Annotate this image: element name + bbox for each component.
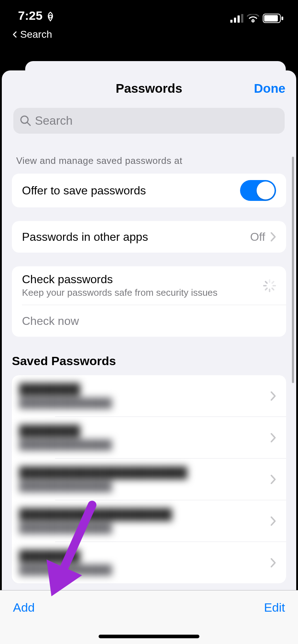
home-indicator[interactable] <box>99 635 199 638</box>
chevron-right-icon <box>270 558 276 568</box>
check-now-label: Check now <box>22 314 79 328</box>
offer-save-toggle[interactable] <box>240 180 276 201</box>
check-passwords-sub: Keep your passwords safe from security i… <box>22 287 217 298</box>
svg-rect-3 <box>241 14 243 23</box>
password-item[interactable]: ██████████████████████████████████ <box>12 500 286 542</box>
check-passwords-row: Check passwords Keep your passwords safe… <box>12 266 286 305</box>
password-item[interactable]: ██████████████████████ <box>12 375 286 417</box>
svg-rect-1 <box>234 18 236 23</box>
saved-passwords-list: ██████████████████████ █████████████████… <box>12 375 286 583</box>
status-bar-right <box>230 9 284 23</box>
other-apps-label: Passwords in other apps <box>22 230 148 244</box>
edit-button[interactable]: Edit <box>264 601 285 615</box>
search-icon <box>20 115 31 126</box>
password-item[interactable]: ██████████████████████ <box>12 542 286 583</box>
status-bar: 7:25 <box>0 0 298 32</box>
other-apps-row[interactable]: Passwords in other apps Off <box>12 221 286 253</box>
svg-rect-5 <box>264 15 278 22</box>
offer-save-label: Offer to save passwords <box>22 184 146 197</box>
chevron-right-icon <box>270 516 276 526</box>
passwords-sheet: Passwords Done View and manage saved pas… <box>2 70 296 644</box>
search-input[interactable] <box>35 114 278 128</box>
svg-rect-2 <box>238 15 240 23</box>
other-apps-card: Passwords in other apps Off <box>12 221 286 253</box>
chevron-right-icon <box>270 391 276 401</box>
search-field-container[interactable] <box>13 108 285 134</box>
svg-rect-0 <box>230 20 232 23</box>
chevron-right-icon <box>270 474 276 484</box>
other-apps-value: Off <box>250 230 265 244</box>
offer-save-row[interactable]: Offer to save passwords <box>12 174 286 207</box>
back-label: Search <box>20 29 52 40</box>
back-to-search[interactable]: Search <box>0 29 298 40</box>
scroll-indicator <box>292 157 294 383</box>
check-passwords-label: Check passwords <box>22 273 217 286</box>
svg-rect-6 <box>281 17 283 20</box>
check-passwords-card: Check passwords Keep your passwords safe… <box>12 266 286 337</box>
done-button[interactable]: Done <box>254 81 286 96</box>
cellular-icon <box>230 14 243 23</box>
page-title: Passwords <box>116 81 182 96</box>
scroll-content[interactable]: View and manage saved passwords at Offer… <box>2 134 296 644</box>
svg-line-8 <box>27 123 30 125</box>
hotspot-icon <box>46 12 55 22</box>
password-item[interactable]: ██████████████████████ <box>12 417 286 458</box>
status-bar-left: 7:25 <box>18 9 55 23</box>
password-item[interactable]: ████████████████████████████████████ <box>12 459 286 500</box>
saved-passwords-heading: Saved Passwords <box>12 354 286 368</box>
status-time: 7:25 <box>18 9 42 23</box>
settings-hint: View and manage saved passwords at <box>16 155 282 166</box>
chevron-right-icon <box>270 433 276 443</box>
check-now-row[interactable]: Check now <box>12 305 286 337</box>
sheet-header: Passwords Done <box>2 70 296 106</box>
add-button[interactable]: Add <box>13 601 35 615</box>
wifi-icon <box>247 14 259 23</box>
offer-save-card: Offer to save passwords <box>12 174 286 207</box>
loading-spinner-icon <box>263 279 276 292</box>
battery-icon <box>263 14 284 23</box>
chevron-right-icon <box>270 232 276 242</box>
